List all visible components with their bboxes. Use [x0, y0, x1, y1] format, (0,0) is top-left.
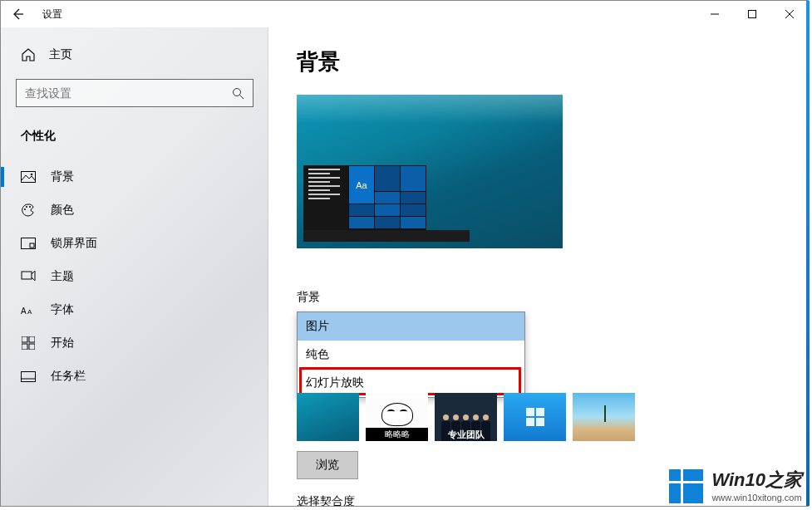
nav-label: 背景 — [51, 169, 74, 184]
nav-item-fonts[interactable]: AA 字体 — [1, 293, 268, 326]
nav-label: 锁屏界面 — [51, 236, 97, 251]
arrow-left-icon — [11, 7, 24, 21]
thumbnail-3-caption: 专业团队 — [435, 429, 497, 441]
body: 主页 个性化 背景 颜色 锁屏界面 主题 — [1, 27, 808, 506]
sidebar: 主页 个性化 背景 颜色 锁屏界面 主题 — [1, 27, 268, 506]
svg-point-4 — [234, 88, 241, 96]
svg-rect-12 — [30, 243, 34, 248]
svg-rect-17 — [29, 336, 35, 342]
svg-point-8 — [24, 208, 26, 210]
home-label: 主页 — [49, 47, 72, 62]
watermark-brand: Win10之家 — [711, 468, 802, 493]
svg-line-5 — [240, 95, 244, 99]
svg-text:A: A — [21, 306, 27, 316]
preview-tile-aa: Aa — [349, 166, 374, 204]
thumbnail-5[interactable] — [573, 393, 635, 441]
watermark-logo-icon — [667, 467, 703, 503]
nav-item-themes[interactable]: 主题 — [1, 260, 268, 293]
watermark-url: www.win10xitong.com — [711, 493, 802, 503]
main-content: 背景 Aa — [268, 27, 808, 506]
taskbar-icon — [21, 369, 36, 384]
titlebar-left: 设置 — [7, 4, 62, 24]
back-button[interactable] — [7, 4, 27, 24]
desktop-preview: Aa — [297, 95, 563, 248]
lockscreen-icon — [21, 236, 36, 251]
nav-item-taskbar[interactable]: 任务栏 — [1, 360, 268, 393]
window-controls — [696, 1, 808, 27]
svg-rect-6 — [22, 172, 36, 183]
picture-thumbnails: 略略略 专业团队 — [297, 393, 808, 441]
svg-rect-19 — [29, 344, 35, 350]
svg-rect-18 — [22, 344, 27, 350]
nav-label: 任务栏 — [51, 369, 86, 384]
app-title: 设置 — [42, 7, 62, 22]
right-edge-accent — [806, 1, 810, 506]
dropdown-option-picture[interactable]: 图片 — [298, 312, 524, 341]
nav-label: 颜色 — [51, 203, 74, 218]
thumbnail-3[interactable]: 专业团队 — [435, 393, 497, 441]
section-header: 个性化 — [1, 122, 268, 160]
home-icon — [21, 47, 36, 62]
settings-window: 设置 主页 个性化 背景 颜色 — [0, 0, 809, 507]
thumbnail-4[interactable] — [504, 393, 566, 441]
maximize-button[interactable] — [733, 1, 770, 27]
nav-item-colors[interactable]: 颜色 — [1, 194, 268, 227]
titlebar: 设置 — [1, 1, 808, 27]
thumbnail-1[interactable] — [297, 393, 359, 441]
picture-icon — [21, 169, 36, 184]
close-icon — [785, 10, 794, 18]
watermark: Win10之家 www.win10xitong.com — [667, 467, 802, 503]
nav-item-start[interactable]: 开始 — [1, 326, 268, 360]
browse-button[interactable]: 浏览 — [297, 451, 358, 479]
svg-rect-1 — [748, 11, 755, 18]
svg-rect-13 — [22, 272, 32, 279]
svg-point-10 — [29, 206, 31, 208]
thumbnail-2-caption: 略略略 — [366, 428, 428, 441]
svg-rect-20 — [22, 371, 36, 381]
palette-icon — [21, 203, 36, 218]
dropdown-option-solid[interactable]: 纯色 — [298, 341, 524, 369]
maximize-icon — [748, 10, 756, 18]
theme-icon — [21, 269, 36, 284]
start-icon — [21, 336, 36, 351]
svg-rect-16 — [22, 336, 27, 342]
nav-label: 开始 — [51, 336, 74, 351]
svg-text:A: A — [27, 308, 32, 316]
search-input-container[interactable] — [16, 79, 253, 107]
background-field-label: 背景 — [297, 290, 808, 305]
background-dropdown[interactable]: 图片 纯色 幻灯片放映 — [297, 311, 525, 398]
nav-label: 字体 — [51, 302, 74, 317]
svg-point-7 — [31, 174, 33, 176]
watermark-text: Win10之家 www.win10xitong.com — [711, 468, 802, 503]
close-button[interactable] — [770, 1, 808, 27]
svg-point-9 — [26, 206, 27, 208]
nav-label: 主题 — [51, 269, 74, 284]
search-input[interactable] — [25, 86, 232, 100]
minimize-button[interactable] — [696, 1, 733, 27]
nav-item-lockscreen[interactable]: 锁屏界面 — [1, 227, 268, 260]
font-icon: AA — [21, 302, 36, 317]
search-icon — [232, 87, 244, 100]
thumbnail-2[interactable]: 略略略 — [366, 393, 428, 441]
home-link[interactable]: 主页 — [1, 39, 268, 71]
minimize-icon — [711, 10, 719, 18]
nav-item-background[interactable]: 背景 — [1, 160, 268, 194]
page-heading: 背景 — [297, 47, 808, 76]
